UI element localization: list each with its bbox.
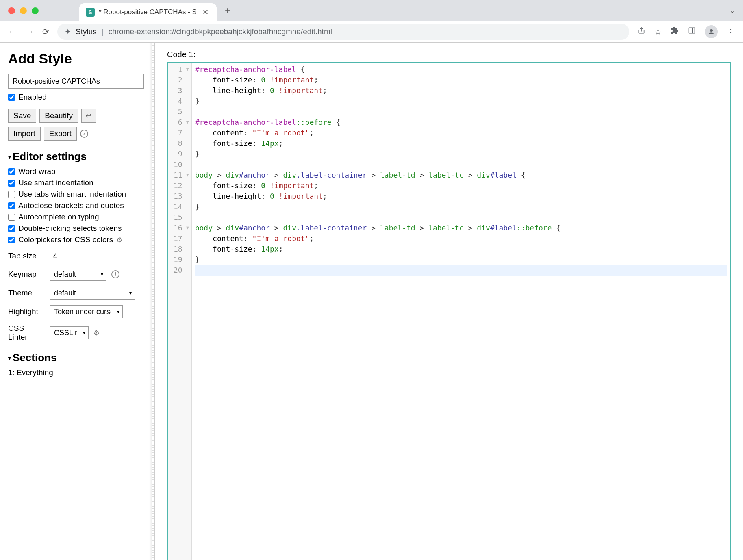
setting-label: Autoclose brackets and quotes — [18, 201, 124, 210]
tab-close-icon[interactable]: ✕ — [201, 8, 210, 17]
window-minimize-button[interactable] — [20, 7, 27, 14]
setting-row[interactable]: Use smart indentation — [8, 178, 144, 187]
extensions-icon[interactable] — [671, 26, 679, 37]
setting-label: Word wrap — [18, 167, 56, 176]
code-line[interactable]: line-height: 0 !important; — [195, 191, 727, 202]
section-item[interactable]: 1: Everything — [8, 368, 144, 377]
page-title: Add Style — [8, 51, 144, 67]
tab-size-input[interactable] — [50, 250, 72, 262]
beautify-button[interactable]: Beautify — [39, 109, 78, 123]
reload-button[interactable]: ⟳ — [42, 27, 49, 37]
setting-label: Double-clicking selects tokens — [18, 224, 122, 233]
code-line[interactable] — [195, 265, 727, 276]
setting-checkbox[interactable] — [8, 225, 15, 232]
code-line[interactable]: content: "I'm a robot"; — [195, 233, 727, 244]
linter-gear-icon[interactable]: ⚙ — [93, 329, 100, 337]
share-icon[interactable] — [637, 26, 645, 37]
tab-favicon: S — [86, 8, 95, 17]
setting-label: Colorpickers for CSS colors — [18, 235, 113, 244]
setting-row[interactable]: Word wrap — [8, 167, 144, 176]
code-line[interactable]: content: "I'm a robot"; — [195, 128, 727, 138]
setting-checkbox[interactable] — [8, 168, 15, 175]
setting-checkbox[interactable] — [8, 202, 15, 209]
new-tab-button[interactable]: + — [225, 5, 230, 16]
tab-size-label: Tab size — [8, 252, 45, 260]
theme-select[interactable]: default — [50, 287, 135, 300]
code-line[interactable]: font-size: 14px; — [195, 244, 727, 254]
setting-row[interactable]: Colorpickers for CSS colors⚙ — [8, 235, 144, 244]
code-line[interactable] — [195, 212, 727, 223]
code-gutter: 1▼23456▼7891011▼1213141516▼17181920 — [168, 63, 192, 560]
enabled-checkbox[interactable] — [8, 94, 15, 101]
extension-icon: ✦ — [65, 27, 71, 36]
gutter-line: 8 — [174, 138, 189, 149]
code-line[interactable]: #recaptcha-anchor-label::before { — [195, 117, 727, 128]
import-button[interactable]: Import — [8, 127, 41, 141]
bookmark-icon[interactable]: ☆ — [654, 27, 662, 37]
code-line[interactable]: font-size: 0 !important; — [195, 75, 727, 85]
code-line[interactable]: font-size: 14px; — [195, 138, 727, 149]
code-line[interactable] — [195, 106, 727, 117]
setting-row[interactable]: Autocomplete on typing — [8, 213, 144, 221]
setting-checkbox[interactable] — [8, 180, 15, 187]
gutter-line: 5 — [174, 106, 189, 117]
address-prefix: Stylus — [76, 27, 97, 36]
enabled-checkbox-row[interactable]: Enabled — [8, 93, 144, 102]
gutter-line: 15 — [174, 212, 189, 223]
code-line[interactable]: } — [195, 202, 727, 212]
profile-avatar[interactable] — [705, 25, 718, 38]
back-button[interactable]: ← — [8, 26, 17, 37]
sections-heading-text: Sections — [13, 352, 56, 364]
setting-checkbox[interactable] — [8, 214, 15, 221]
linter-select[interactable]: CSSLint — [50, 326, 89, 339]
setting-row[interactable]: Use tabs with smart indentation — [8, 190, 144, 199]
address-bar[interactable]: ✦ Stylus | chrome-extension://clngdbkpkp… — [57, 24, 629, 40]
browser-tab[interactable]: S * Robot-positive CAPTCHAs - S ✕ — [79, 3, 217, 21]
tabs-dropdown-icon[interactable]: ⌄ — [730, 7, 735, 15]
setting-row[interactable]: Double-clicking selects tokens — [8, 224, 144, 233]
code-content[interactable]: #recaptcha-anchor-label { font-size: 0 !… — [192, 63, 730, 560]
sidebar: Add Style Enabled Save Beautify ↩ Import… — [0, 43, 152, 560]
export-button[interactable]: Export — [44, 127, 77, 141]
sections-heading[interactable]: Sections — [8, 352, 144, 364]
code-line[interactable]: #recaptcha-anchor-label { — [195, 64, 727, 75]
keymap-info-icon[interactable]: i — [111, 270, 119, 278]
sidepanel-icon[interactable] — [688, 26, 696, 37]
svg-rect-0 — [689, 28, 695, 33]
setting-label: Use smart indentation — [18, 178, 93, 187]
traffic-lights — [8, 7, 39, 14]
editor-settings-heading[interactable]: Editor settings — [8, 150, 144, 163]
setting-label: Use tabs with smart indentation — [18, 190, 126, 199]
keymap-select[interactable]: default — [50, 268, 106, 281]
code-line[interactable]: } — [195, 149, 727, 159]
gutter-line: 7 — [174, 128, 189, 138]
forward-button[interactable]: → — [25, 26, 34, 37]
code-line[interactable]: line-height: 0 !important; — [195, 85, 727, 96]
code-line[interactable]: font-size: 0 !important; — [195, 180, 727, 191]
code-line[interactable]: body > div#anchor > div.label-container … — [195, 223, 727, 233]
window-maximize-button[interactable] — [32, 7, 39, 14]
setting-checkbox[interactable] — [8, 191, 15, 198]
menu-icon[interactable]: ⋮ — [727, 27, 735, 37]
code-line[interactable]: body > div#anchor > div.label-container … — [195, 170, 727, 180]
gutter-line: 13 — [174, 191, 189, 202]
info-icon[interactable]: i — [80, 130, 88, 138]
window-close-button[interactable] — [8, 7, 15, 14]
setting-row[interactable]: Autoclose brackets and quotes — [8, 201, 144, 210]
code-line[interactable]: } — [195, 96, 727, 106]
code-line[interactable]: } — [195, 254, 727, 265]
wrap-toggle-button[interactable]: ↩ — [81, 109, 96, 123]
setting-gear-icon[interactable]: ⚙ — [116, 236, 122, 244]
gutter-line: 2 — [174, 75, 189, 85]
highlight-select[interactable]: Token under cursor — [50, 305, 123, 318]
code-editor[interactable]: 1▼23456▼7891011▼1213141516▼17181920 #rec… — [167, 62, 731, 560]
save-button[interactable]: Save — [8, 109, 36, 123]
gutter-line: 4 — [174, 96, 189, 106]
gutter-line: 20 — [174, 265, 189, 276]
gutter-line: 12 — [174, 180, 189, 191]
style-name-input[interactable] — [8, 74, 144, 89]
setting-checkbox[interactable] — [8, 237, 15, 243]
button-row-1: Save Beautify ↩ — [8, 109, 144, 123]
code-line[interactable] — [195, 159, 727, 170]
browser-chrome: S * Robot-positive CAPTCHAs - S ✕ + ⌄ ← … — [0, 0, 743, 43]
